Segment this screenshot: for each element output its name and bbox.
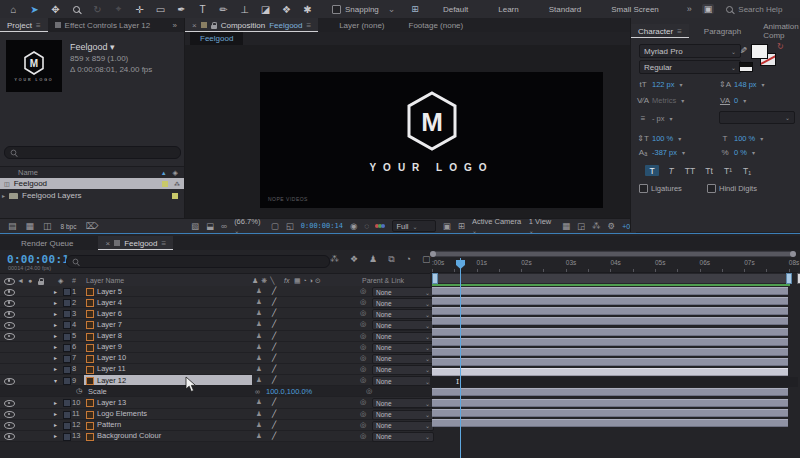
small-caps-button[interactable]: Tt <box>702 165 716 176</box>
parent-select[interactable]: None⌄ <box>372 376 434 386</box>
layer-expander-icon[interactable]: ▸ <box>54 409 57 419</box>
project-item-feelgood-layers[interactable]: ▸ Feelgood Layers <box>0 190 184 201</box>
workspace-learn[interactable]: Learn <box>498 5 518 14</box>
layer-name[interactable]: Layer 7 <box>97 319 122 329</box>
layer-label-color[interactable] <box>63 355 71 363</box>
layer-name[interactable]: Layer 9 <box>97 342 122 352</box>
layer-expander-icon[interactable]: ▸ <box>54 331 57 341</box>
region-of-interest-icon[interactable]: ◱ <box>286 221 294 231</box>
layer-expander-icon[interactable]: ▸ <box>54 364 57 374</box>
close-icon[interactable]: × <box>105 239 110 248</box>
layer-expander-icon[interactable]: ▸ <box>54 308 57 318</box>
layer-row-4[interactable]: ▸4Layer 7♟╱◎None⌄ <box>0 319 430 330</box>
eyedropper-icon[interactable]: ✎ <box>738 46 748 54</box>
panel-overflow-icon[interactable]: » <box>166 18 184 32</box>
parent-select[interactable]: None⌄ <box>372 432 434 442</box>
parent-select[interactable]: None⌄ <box>372 320 434 330</box>
parent-pick-whip-icon[interactable]: ◎ <box>360 309 366 317</box>
viewer-subtab-feelgood[interactable]: Feelgood <box>190 32 243 45</box>
parent-select[interactable]: None⌄ <box>372 354 434 364</box>
panel-menu-icon[interactable]: ≡ <box>36 21 41 30</box>
interpret-footage-icon[interactable]: ▤ <box>8 221 17 231</box>
snapping-checkbox[interactable] <box>332 5 341 14</box>
label-color-chip[interactable] <box>162 181 168 187</box>
quality-switch-icon[interactable]: ╱ <box>272 297 276 307</box>
project-item-name[interactable]: Feelgood ▾ <box>70 42 152 53</box>
layer-label-color[interactable] <box>63 377 71 385</box>
pen-tool[interactable]: ✒ <box>171 1 192 17</box>
default-fill-stroke-icon[interactable] <box>739 62 753 72</box>
layer-duration-bar[interactable] <box>432 409 788 417</box>
layer-row-9[interactable]: ▾9Layer 12♟╱◎None⌄ <box>0 375 430 386</box>
quality-switch-icon[interactable]: ╱ <box>272 420 276 430</box>
help-search[interactable]: Search Help <box>726 5 782 14</box>
layer-visibility-eye-icon[interactable] <box>4 322 15 329</box>
type-tool[interactable]: T <box>192 1 213 17</box>
layer-visibility-eye-icon[interactable] <box>4 311 15 318</box>
workspace-standard[interactable]: Standard <box>549 5 581 14</box>
snapping-toggle[interactable]: Snapping ⌄ <box>332 4 395 14</box>
safe-margins-icon[interactable]: ▢ <box>271 221 279 231</box>
layer-name[interactable]: Layer 12 <box>97 375 126 385</box>
video-column-icon[interactable] <box>4 278 15 285</box>
shy-switch-icon[interactable]: ♟ <box>256 319 262 329</box>
always-preview-icon[interactable]: ▧ <box>191 221 199 231</box>
layer-visibility-eye-icon[interactable] <box>4 422 15 429</box>
layer-name[interactable]: Logo Elements <box>97 409 147 419</box>
parent-select[interactable]: None⌄ <box>372 365 434 375</box>
layer-label-color[interactable] <box>63 422 71 430</box>
layer-duration-bar[interactable] <box>432 328 788 336</box>
layer-expander-icon[interactable]: ▸ <box>54 319 57 329</box>
lock-column-icon[interactable] <box>38 281 44 285</box>
quality-switch-icon[interactable]: ╱ <box>272 342 276 352</box>
stopwatch-icon[interactable]: ◷ <box>76 386 82 396</box>
layer-visibility-eye-icon[interactable] <box>4 411 15 418</box>
new-composition-icon[interactable]: ◫ <box>43 221 52 231</box>
parent-pick-whip-icon[interactable]: ◎ <box>360 410 366 418</box>
layer-row-7[interactable]: ▸7Layer 10♟╱◎None⌄ <box>0 353 430 364</box>
parent-pick-whip-icon[interactable]: ◎ <box>360 398 366 406</box>
faux-italic-button[interactable]: T <box>664 165 678 176</box>
parent-pick-whip-icon[interactable]: ◎ <box>360 354 366 362</box>
timeline-button-icon[interactable]: ◲ <box>577 221 585 231</box>
workspace-default[interactable]: Default <box>443 5 468 14</box>
shape-tool[interactable]: ▭ <box>150 1 171 17</box>
layer-duration-bar[interactable] <box>432 358 788 366</box>
navigator-handle-left[interactable] <box>430 251 436 257</box>
faux-bold-button[interactable]: T <box>645 165 659 176</box>
layer-visibility-eye-icon[interactable] <box>4 433 15 440</box>
layer-duration-bar[interactable] <box>432 368 788 376</box>
parent-select[interactable]: None⌄ <box>372 298 434 308</box>
parent-select[interactable]: None⌄ <box>372 421 434 431</box>
layer-label-color[interactable] <box>63 310 71 318</box>
shy-switch-icon[interactable]: ♟ <box>256 331 262 341</box>
selection-tool[interactable]: ➤ <box>24 1 45 17</box>
composition-canvas[interactable]: M YOUR LOGO NOPE VIDEOS <box>260 72 603 208</box>
panel-menu-icon[interactable]: ≡ <box>307 21 312 30</box>
parent-select[interactable]: None⌄ <box>372 309 434 319</box>
expander-icon[interactable]: ▸ <box>2 192 5 199</box>
layer-duration-bar[interactable] <box>432 287 788 295</box>
layer-name-column-label[interactable]: Layer Name <box>86 277 124 284</box>
layer-expander-icon[interactable]: ▸ <box>54 353 57 363</box>
parent-pick-whip-icon[interactable]: ◎ <box>360 332 366 340</box>
layer-row-10[interactable]: ▸10Layer 13♟╱◎None⌄ <box>0 397 430 408</box>
layer-expander-icon[interactable]: ▸ <box>54 420 57 430</box>
parent-select[interactable]: None⌄ <box>372 332 434 342</box>
layer-visibility-eye-icon[interactable] <box>4 378 15 385</box>
layer-visibility-eye-icon[interactable] <box>4 300 15 307</box>
all-caps-button[interactable]: TT <box>683 165 697 176</box>
tab-animation-comp[interactable]: Animation Comp <box>756 24 800 38</box>
work-area-start-handle[interactable] <box>432 273 438 284</box>
show-snapshot-icon[interactable]: ◌ <box>364 221 369 231</box>
layer-name[interactable]: Pattern <box>97 420 121 430</box>
parent-select[interactable]: None⌄ <box>372 343 434 353</box>
layer-expander-icon[interactable]: ▸ <box>54 431 57 441</box>
snapping-options-icon[interactable]: ⌄ <box>388 4 396 14</box>
shy-switch-icon[interactable]: ♟ <box>256 342 262 352</box>
layer-duration-bar[interactable] <box>432 338 788 346</box>
parent-pick-whip-icon[interactable]: ◎ <box>360 365 366 373</box>
timeline-search-input[interactable] <box>66 255 330 268</box>
swap-fill-stroke-icon[interactable]: ↻ <box>777 42 784 51</box>
layer-duration-bar[interactable] <box>432 307 788 315</box>
